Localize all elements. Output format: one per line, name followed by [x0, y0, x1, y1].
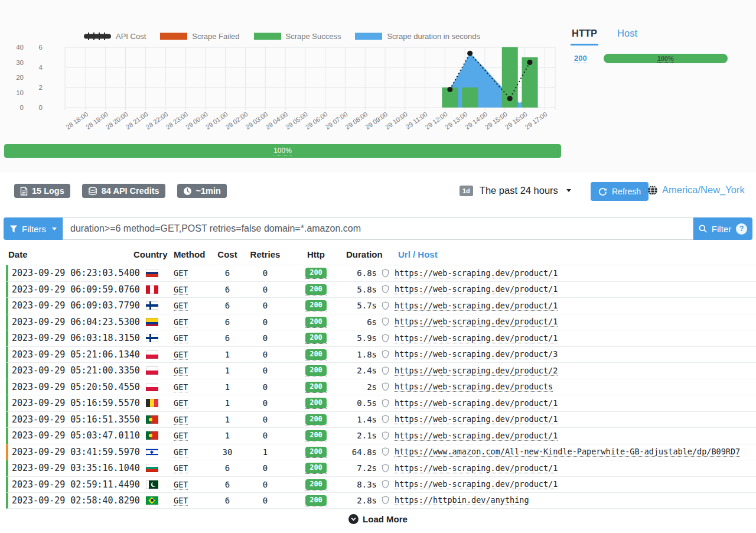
- http-status-badge: 200: [305, 284, 327, 295]
- help-icon[interactable]: ?: [736, 223, 747, 235]
- table-row[interactable]: 2023-09-29 06:04:23.5300GET602006shttps:…: [6, 314, 756, 330]
- table-row[interactable]: 2023-09-29 06:23:03.5400GET602006.8shttp…: [6, 265, 756, 281]
- country-cell: [133, 383, 170, 391]
- log-url-link[interactable]: https://web-scraping.dev/product/1: [395, 479, 558, 489]
- http-status-badge: 200: [305, 300, 327, 311]
- svg-text:29 07:00: 29 07:00: [324, 110, 349, 131]
- legend-swatch-icon: [160, 32, 187, 41]
- timezone-link[interactable]: America/New_York: [647, 184, 745, 196]
- svg-text:28 19:00: 28 19:00: [84, 110, 109, 131]
- shield-icon: [382, 480, 389, 489]
- log-url-link[interactable]: https://web-scraping.dev/products: [395, 382, 553, 392]
- country-cell: [133, 399, 170, 407]
- log-duration: 1.8s: [341, 350, 379, 359]
- log-url-link[interactable]: https://web-scraping.dev/product/1: [395, 317, 558, 327]
- table-row[interactable]: 2023-09-29 05:21:06.1340GET102001.8shttp…: [6, 346, 756, 363]
- filter-submit-button[interactable]: Filter ?: [693, 217, 752, 240]
- flag-fi-icon: [146, 301, 158, 310]
- table-row[interactable]: 2023-09-29 02:59:11.4490GET602008.3shttp…: [6, 476, 756, 493]
- svg-text:2: 2: [39, 84, 43, 91]
- flag-pk-icon: [146, 480, 158, 489]
- log-cost: 6: [215, 496, 240, 505]
- header-date: Date: [8, 249, 133, 259]
- range-label: The past 24 hours: [480, 185, 558, 196]
- legend-label: Scrape Success: [286, 32, 341, 41]
- log-url-link[interactable]: https://web-scraping.dev/product/1: [395, 301, 558, 311]
- http-status-cell: 200: [291, 349, 341, 360]
- header-url-host[interactable]: Url / Host: [379, 249, 756, 259]
- tab-http[interactable]: HTTP: [571, 27, 598, 46]
- table-row[interactable]: 2023-09-29 05:20:50.4550GET102002shttps:…: [6, 379, 756, 395]
- log-retries: 0: [240, 333, 291, 343]
- log-retries: 0: [240, 415, 291, 424]
- log-url-link[interactable]: https://web-scraping.dev/product/2: [395, 366, 558, 376]
- shield-icon: [382, 301, 389, 310]
- logs-count-label: 15 Logs: [32, 186, 64, 196]
- header-cost: Cost: [215, 249, 240, 259]
- filter-query-input[interactable]: [63, 217, 693, 240]
- table-row[interactable]: 2023-09-29 06:03:18.3150GET602005.9shttp…: [6, 330, 756, 346]
- svg-text:28 23:00: 28 23:00: [164, 110, 189, 131]
- svg-text:29 12:00: 29 12:00: [424, 110, 449, 131]
- log-url-link[interactable]: https://web-scraping.dev/product/1: [395, 431, 558, 441]
- log-url-link[interactable]: https://httpbin.dev/anything: [395, 495, 529, 505]
- legend-item-0[interactable]: API Cost: [84, 32, 146, 41]
- log-url-link[interactable]: https://www.amazon.com/All-new-Kindle-Pa…: [395, 447, 740, 457]
- log-url-link[interactable]: https://web-scraping.dev/product/1: [395, 414, 558, 424]
- legend-item-2[interactable]: Scrape Success: [254, 32, 341, 41]
- svg-text:29 14:00: 29 14:00: [464, 110, 488, 131]
- log-url-link[interactable]: https://web-scraping.dev/product/1: [395, 268, 558, 278]
- svg-text:28 22:00: 28 22:00: [144, 110, 169, 131]
- table-row[interactable]: 2023-09-29 02:58:40.8290GET602002.8shttp…: [6, 492, 756, 509]
- log-retries: 0: [240, 301, 291, 310]
- table-row[interactable]: 2023-09-29 05:03:47.0110GET102002.1shttp…: [6, 427, 756, 444]
- log-url-cell: https://web-scraping.dev/products: [379, 382, 756, 392]
- tab-host[interactable]: Host: [616, 27, 638, 44]
- log-url-cell: https://web-scraping.dev/product/3: [379, 349, 756, 359]
- svg-text:28 18:00: 28 18:00: [64, 110, 89, 131]
- log-method: GET: [170, 463, 215, 473]
- log-url-link[interactable]: https://web-scraping.dev/product/1: [395, 463, 558, 473]
- shield-icon: [382, 334, 389, 343]
- table-row[interactable]: 2023-09-29 05:21:00.3350GET102002.4shttp…: [6, 362, 756, 379]
- table-row[interactable]: 2023-09-29 06:09:59.0760GET602005.8shttp…: [6, 281, 756, 298]
- filters-button-label: Filters: [22, 224, 46, 234]
- log-cost: 1: [215, 382, 240, 392]
- log-method: GET: [170, 268, 215, 278]
- log-retries: 0: [240, 480, 291, 489]
- filters-dropdown-button[interactable]: Filters: [4, 217, 63, 240]
- table-row[interactable]: 2023-09-29 05:16:51.3550GET102001.4shttp…: [6, 411, 756, 428]
- legend-swatch-icon: [254, 32, 281, 41]
- log-url-cell: https://web-scraping.dev/product/1: [379, 301, 756, 311]
- legend-item-1[interactable]: Scrape Failed: [160, 32, 239, 41]
- log-url-link[interactable]: https://web-scraping.dev/product/1: [395, 284, 558, 294]
- time-range-dropdown[interactable]: 1d The past 24 hours: [460, 185, 571, 196]
- load-more-button[interactable]: Load More: [0, 514, 756, 524]
- log-url-link[interactable]: https://web-scraping.dev/product/3: [395, 349, 558, 359]
- table-row[interactable]: 2023-09-29 05:16:59.5570GET102000.5shttp…: [6, 395, 756, 411]
- legend-item-3[interactable]: Scrape duration in seconds: [355, 32, 480, 41]
- header-country: Country: [133, 249, 170, 259]
- log-duration: 2s: [341, 382, 379, 392]
- flag-be-icon: [146, 399, 158, 407]
- chevron-down-icon: [566, 189, 571, 192]
- log-url-cell: https://web-scraping.dev/product/1: [379, 463, 756, 473]
- log-cost: 1: [215, 366, 240, 375]
- log-url-link[interactable]: https://web-scraping.dev/product/1: [395, 333, 558, 343]
- flag-pl-icon: [146, 366, 158, 375]
- table-body: 2023-09-29 06:23:03.5400GET602006.8shttp…: [6, 265, 756, 509]
- svg-text:20: 20: [16, 74, 24, 81]
- table-row[interactable]: 2023-09-29 03:41:59.5970GET30120064.8sht…: [6, 444, 756, 460]
- table-row[interactable]: 2023-09-29 06:09:03.7790GET602005.7shttp…: [6, 297, 756, 314]
- search-icon: [699, 225, 707, 233]
- flag-br-icon: [146, 496, 158, 505]
- refresh-button[interactable]: Refresh: [591, 182, 649, 201]
- log-url-link[interactable]: https://web-scraping.dev/product/1: [395, 398, 558, 408]
- svg-text:29 17:00: 29 17:00: [524, 110, 549, 131]
- log-duration: 7.2s: [341, 463, 379, 473]
- shield-icon: [382, 464, 389, 473]
- table-header-row: Date Country Method Cost Retries Http Du…: [6, 247, 756, 265]
- table-row[interactable]: 2023-09-29 03:35:16.1040GET602007.2shttp…: [6, 460, 756, 476]
- http-200-link[interactable]: 200: [574, 54, 587, 63]
- http-status-badge: 200: [305, 463, 327, 473]
